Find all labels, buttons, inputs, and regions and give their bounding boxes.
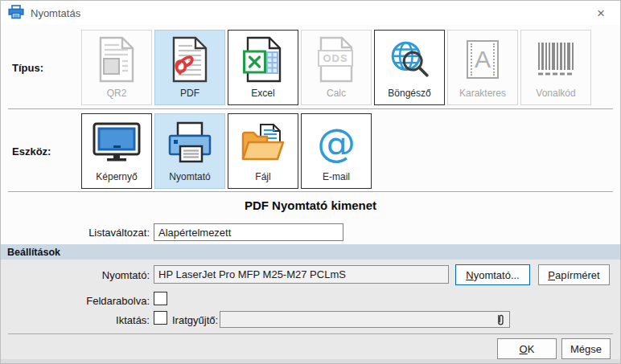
type-tile-calc: ODS Calc — [301, 30, 372, 105]
type-tile-pdf[interactable]: PDF — [154, 30, 225, 105]
monitor-icon — [82, 114, 151, 172]
at-glyph: @ — [317, 124, 356, 162]
device-row-label: Eszköz: — [12, 145, 51, 157]
device-tile-screen[interactable]: Képernyő — [81, 113, 152, 189]
tile-label: Calc — [327, 88, 346, 104]
barcode-icon — [521, 31, 590, 88]
print-dialog: Nyomtatás × Típus: — [0, 0, 621, 364]
paper-size-button[interactable]: Papírméret — [538, 264, 610, 285]
split-label: Feldarabolva: — [1, 295, 150, 307]
binder-label: Iratgyűjtő: — [172, 314, 218, 326]
printer-icon — [8, 5, 24, 22]
device-tile-group: Képernyő Nyomtató — [81, 113, 372, 189]
ok-button[interactable]: OK — [497, 338, 557, 359]
printer-label: Nyomtató: — [1, 269, 150, 281]
device-tile-file[interactable]: Fájl — [228, 113, 298, 189]
printer-icon — [155, 114, 224, 172]
at-sign-icon: @ — [302, 114, 371, 172]
type-tile-qr2: QR2 — [81, 30, 152, 105]
tile-label: Excel — [251, 88, 274, 104]
tile-label: Vonalkód — [536, 88, 575, 104]
filing-checkbox[interactable] — [154, 311, 167, 325]
qr2-document-icon — [82, 31, 151, 88]
type-tile-character: A Karakteres — [447, 30, 518, 105]
pdf-document-icon — [155, 31, 224, 88]
filing-label: Iktatás: — [1, 314, 150, 326]
list-variant-label: Listaváltozat: — [1, 227, 150, 239]
tile-label: Képernyő — [96, 172, 137, 188]
cancel-button[interactable]: Mégse — [561, 338, 611, 359]
ods-label: ODS — [318, 50, 353, 67]
ods-document-icon: ODS — [302, 31, 371, 88]
tile-label: PDF — [180, 88, 199, 104]
folder-icon — [228, 114, 298, 172]
settings-section-header: Beállítások — [1, 244, 620, 260]
list-variant-input[interactable]: Alapértelmezett — [154, 223, 343, 241]
printer-select-button[interactable]: Nyomtató... — [455, 264, 530, 285]
character-a-icon: A — [448, 31, 517, 88]
type-tile-barcode: Vonalkód — [520, 30, 591, 105]
window-bottom-edge — [1, 359, 620, 363]
binder-input[interactable] — [220, 311, 510, 328]
divider — [8, 333, 613, 334]
titlebar: Nyomtatás × — [1, 1, 620, 25]
type-tile-browser[interactable]: Böngésző — [374, 30, 445, 105]
output-heading: PDF Nyomtató kimenet — [1, 198, 620, 212]
tile-label: Böngésző — [388, 88, 430, 104]
device-tile-email[interactable]: @ E-mail — [301, 113, 372, 189]
tile-label: QR2 — [107, 88, 127, 104]
window-title: Nyomtatás — [31, 7, 80, 19]
type-row-label: Típus: — [12, 62, 43, 74]
divider — [8, 108, 613, 109]
close-icon[interactable]: × — [591, 4, 611, 23]
divider — [8, 191, 613, 192]
split-checkbox[interactable] — [154, 292, 167, 305]
attach-icon[interactable] — [496, 313, 505, 329]
tile-label: Fájl — [255, 172, 270, 188]
tile-label: Karakteres — [459, 88, 506, 104]
type-tile-group: QR2 P — [81, 30, 591, 105]
printer-name-input[interactable]: HP LaserJet Pro MFP M25-M27 PCLmS — [154, 265, 449, 284]
tile-label: E-mail — [323, 172, 350, 188]
type-tile-excel[interactable]: Excel — [228, 30, 298, 105]
browser-globe-icon — [375, 31, 444, 88]
excel-document-icon — [228, 31, 298, 88]
character-glyph: A — [475, 47, 491, 72]
tile-label: Nyomtató — [169, 172, 210, 188]
device-tile-printer[interactable]: Nyomtató — [154, 113, 225, 189]
